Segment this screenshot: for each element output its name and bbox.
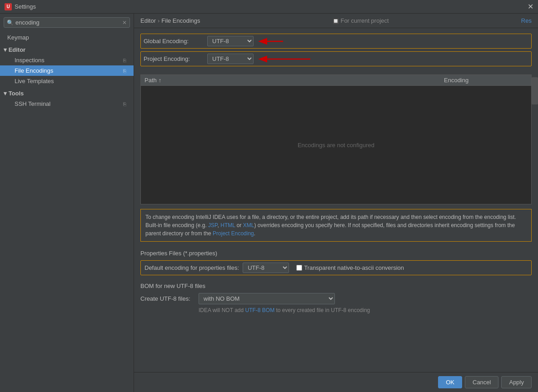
breadcrumb-editor: Editor [140,17,156,24]
global-encoding-row: Global Encoding: UTF-8 UTF-16 ISO-8859-1 [140,34,532,49]
sidebar-item-tools[interactable]: ▾ Tools [0,88,134,99]
search-clear-icon[interactable]: ✕ [122,20,127,26]
search-input[interactable] [15,19,122,26]
search-icon: 🔍 [7,20,14,26]
panel-body: Global Encoding: UTF-8 UTF-16 ISO-8859-1 [134,28,538,372]
sidebar-item-ssh-terminal[interactable]: SSH Terminal ⎘ [0,99,134,109]
info-box: To change encoding IntelliJ IDEA uses fo… [140,209,532,242]
global-encoding-label: Global Encoding: [144,38,207,45]
sidebar-section-tools: ▾ Tools SSH Terminal ⎘ [0,87,134,110]
default-encoding-label: Default encoding for properties files: [144,264,239,271]
bom-row: Create UTF-8 files: with NO BOM with BOM [140,293,532,304]
cancel-button[interactable]: Cancel [465,376,498,388]
sidebar: 🔍 ✕ Keymap ▾ Editor Inspections ⎘ File [0,14,134,392]
project-encoding-link[interactable]: Project Encoding [213,230,254,237]
inspections-copy-icon: ⎘ [123,58,126,63]
reset-link[interactable]: Res [521,17,532,24]
bom-create-label: Create UTF-8 files: [140,295,195,302]
title-bar: U Settings ✕ [0,0,538,14]
search-box[interactable]: 🔍 ✕ [4,17,130,28]
jsp-link[interactable]: JSP [208,222,217,228]
sidebar-item-keymap[interactable]: Keymap [0,32,134,43]
properties-section: Properties Files (*.properties) Default … [134,246,538,279]
table-header: Path ↑ Encoding [141,75,531,86]
arrow-project-encoding [258,55,313,64]
apply-button[interactable]: Apply [501,376,532,388]
sidebar-item-inspections[interactable]: Inspections ⎘ [0,55,134,65]
sidebar-section-editor: ▾ Editor Inspections ⎘ File Encodings ⎘ … [0,44,134,87]
main-content: 🔍 ✕ Keymap ▾ Editor Inspections ⎘ File [0,14,538,392]
ssh-terminal-copy-icon: ⎘ [123,101,126,107]
path-column-header[interactable]: Path ↑ [141,75,440,85]
sidebar-item-editor[interactable]: ▾ Editor [0,45,134,55]
encodings-table: Path ↑ Encoding Encodings are not config… [140,74,532,204]
project-encoding-row: Project Encoding: UTF-8 UTF-16 ISO-8859-… [140,51,532,66]
close-button[interactable]: ✕ [528,2,533,11]
bom-select[interactable]: with NO BOM with BOM [199,293,335,304]
settings-window: U Settings ✕ 🔍 ✕ Keymap ▾ Editor [0,0,538,392]
sidebar-section-keymap: Keymap [0,31,134,44]
xml-link[interactable]: XML [243,222,254,228]
properties-section-title: Properties Files (*.properties) [140,250,532,257]
html-link[interactable]: HTML [220,222,235,228]
table-empty-message: Encodings are not configured [298,142,374,149]
encoding-form: Global Encoding: UTF-8 UTF-16 ISO-8859-1 [134,28,538,74]
ok-button[interactable]: OK [438,376,462,388]
transparent-label: Transparent native-to-ascii conversion [304,264,404,271]
sidebar-item-live-templates[interactable]: Live Templates [0,76,134,86]
breadcrumb-current: File Encodings [161,17,200,24]
transparent-checkbox[interactable] [296,265,302,271]
bottom-bar: OK Cancel Apply [134,372,538,392]
bom-section: BOM for new UTF-8 files Create UTF-8 fil… [134,279,538,317]
right-panel: Editor › File Encodings 🔲 For current pr… [134,14,538,392]
window-title: Settings [15,3,528,10]
project-encoding-select[interactable]: UTF-8 UTF-16 ISO-8859-1 [207,54,254,64]
default-encoding-select[interactable]: UTF-8 UTF-16 ISO-8859-1 [243,263,289,273]
encoding-column-header[interactable]: Encoding [440,75,531,85]
bom-info: IDEA will NOT add UTF-8 BOM to every cre… [140,307,532,313]
table-body: Encodings are not configured [141,86,531,204]
file-encodings-copy-icon: ⎘ [123,68,126,74]
breadcrumb: Editor › File Encodings [140,17,200,24]
breadcrumb-separator: › [158,17,159,24]
right-panel-inner: Editor › File Encodings 🔲 For current pr… [134,14,538,392]
utf8-bom-link[interactable]: UTF-8 BOM [245,307,274,313]
panel-header: Editor › File Encodings 🔲 For current pr… [134,14,538,28]
app-icon: U [5,3,12,10]
project-encoding-label: Project Encoding: [144,55,207,62]
transparent-checkbox-row: Transparent native-to-ascii conversion [296,264,404,271]
properties-row: Default encoding for properties files: U… [140,260,532,275]
scrollbar-thumb[interactable] [532,77,538,104]
info-text: To change encoding IntelliJ IDEA uses fo… [145,214,516,237]
global-encoding-select[interactable]: UTF-8 UTF-16 ISO-8859-1 [207,36,254,46]
sidebar-item-file-encodings[interactable]: File Encodings ⎘ [0,65,134,76]
arrow-global-encoding [258,37,285,46]
sort-asc-icon: ↑ [159,77,162,84]
for-project-label: 🔲 For current project [333,17,389,24]
bom-section-title: BOM for new UTF-8 files [140,283,532,289]
